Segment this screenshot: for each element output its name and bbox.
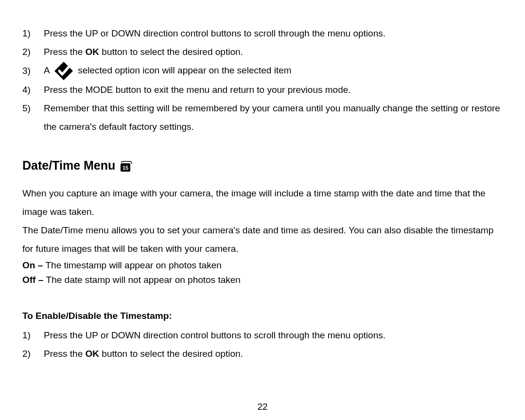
- section-heading: Date/Time Menu: [22, 158, 115, 173]
- manual-page: 1) Press the UP or DOWN direction contro…: [0, 0, 525, 420]
- list-item: 2) Press the OK button to select the des…: [22, 43, 503, 61]
- item-text: A selected option icon will appear on th…: [44, 61, 503, 81]
- item-number: 2): [22, 43, 44, 61]
- list-item: 4) Press the MODE button to exit the men…: [22, 81, 503, 99]
- option-off: Off – The date stamp will not appear on …: [22, 273, 503, 287]
- option-desc: The date stamp will not appear on photos…: [46, 275, 241, 285]
- text-post: button to select the desired option.: [99, 47, 243, 57]
- item-text: Press the UP or DOWN direction control b…: [44, 24, 503, 43]
- instruction-list-2: 1) Press the UP or DOWN direction contro…: [22, 326, 503, 363]
- subsection-heading: To Enable/Disable the Timestamp:: [22, 309, 503, 323]
- list-item: 1) Press the UP or DOWN direction contro…: [22, 24, 503, 43]
- calendar-icon: 15: [120, 160, 133, 173]
- page-number: 22: [0, 402, 525, 412]
- section-heading-row: Date/Time Menu 15: [22, 158, 503, 173]
- option-label: Off –: [22, 275, 46, 285]
- item-number: 1): [22, 24, 44, 43]
- text-bold: OK: [86, 349, 100, 359]
- item-text: Press the OK button to select the desire…: [44, 345, 503, 363]
- paragraph: When you capture an image with your came…: [22, 184, 503, 221]
- item-number: 2): [22, 345, 44, 363]
- item-text: Press the OK button to select the desire…: [44, 43, 503, 61]
- item-number: 4): [22, 81, 44, 99]
- list-item: 5) Remember that this setting will be re…: [22, 99, 503, 136]
- item-number: 3): [22, 62, 44, 80]
- list-item: 3) A selected option icon will appear on…: [22, 61, 503, 81]
- option-label: On –: [22, 260, 46, 270]
- text-post: selected option icon will appear on the …: [78, 65, 291, 75]
- instruction-list-1: 1) Press the UP or DOWN direction contro…: [22, 24, 503, 136]
- text-bold: OK: [86, 47, 100, 57]
- item-text: Press the UP or DOWN direction control b…: [44, 326, 503, 345]
- item-text: Press the MODE button to exit the menu a…: [44, 81, 503, 99]
- text-pre: Press the: [44, 349, 86, 359]
- svg-text:15: 15: [122, 165, 128, 171]
- option-on: On – The timestamp will appear on photos…: [22, 258, 503, 273]
- checkmark-icon: [54, 61, 73, 81]
- text-pre: A: [44, 65, 52, 75]
- text-post: button to select the desired option.: [99, 349, 243, 359]
- item-number: 5): [22, 99, 44, 118]
- item-number: 1): [22, 326, 44, 345]
- paragraph: The Date/Time menu allows you to set you…: [22, 221, 503, 258]
- item-text: Remember that this setting will be remem…: [44, 99, 503, 136]
- list-item: 1) Press the UP or DOWN direction contro…: [22, 326, 503, 345]
- option-desc: The timestamp will appear on photos take…: [46, 260, 222, 270]
- list-item: 2) Press the OK button to select the des…: [22, 345, 503, 363]
- text-pre: Press the: [44, 47, 86, 57]
